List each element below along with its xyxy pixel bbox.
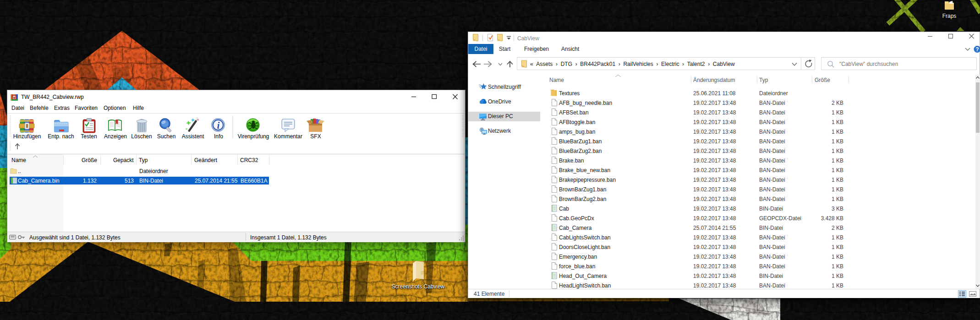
svg-text:Info: Info: [214, 133, 223, 140]
svg-text:?: ?: [975, 46, 979, 53]
svg-text:Kommentar: Kommentar: [274, 133, 302, 140]
svg-text:Anzeigen: Anzeigen: [104, 133, 127, 140]
svg-text:Entp. nach: Entp. nach: [48, 133, 74, 140]
svg-text:Virenprüfung: Virenprüfung: [238, 133, 269, 140]
svg-text:Suchen: Suchen: [157, 133, 176, 140]
svg-text:Hinzufügen: Hinzufügen: [13, 133, 41, 140]
svg-text:Löschen: Löschen: [131, 133, 152, 140]
svg-text:Assistent: Assistent: [182, 133, 204, 140]
svg-text:SFX: SFX: [310, 133, 321, 140]
svg-text:Testen: Testen: [81, 133, 97, 140]
svg-text:i: i: [217, 120, 220, 130]
